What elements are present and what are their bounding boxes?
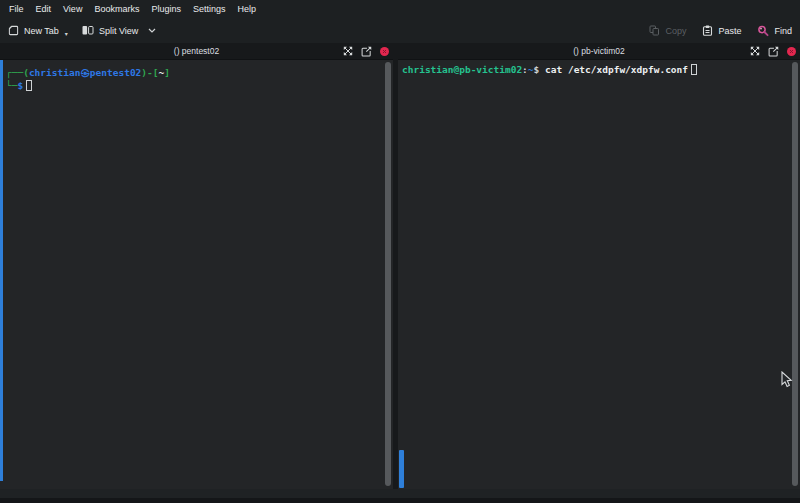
paste-icon <box>702 25 713 36</box>
left-pane-scroll-indicator <box>0 60 3 481</box>
split-view-button[interactable]: Split View <box>82 25 156 36</box>
prompt-command-line: christian@pb-victim02:~$ cat /etc/xdpfw/… <box>402 63 800 76</box>
right-pane-header-icons <box>750 46 800 57</box>
right-terminal[interactable]: christian@pb-victim02:~$ cat /etc/xdpfw/… <box>398 60 800 489</box>
close-pane-button[interactable] <box>380 47 389 56</box>
terminal-split-container: () pentest02 <box>0 43 800 489</box>
menu-file[interactable]: File <box>3 2 30 16</box>
expand-view-icon[interactable] <box>750 46 760 56</box>
menu-help[interactable]: Help <box>231 2 262 16</box>
find-label: Find <box>774 26 792 36</box>
paste-label: Paste <box>718 26 741 36</box>
terminal-cursor <box>691 64 697 75</box>
copy-icon <box>649 25 660 36</box>
left-terminal[interactable]: ┌──(christian㉿pentest02)-[~] └─$ <box>0 60 393 489</box>
prompt-line-2: └─$ <box>6 79 393 92</box>
detach-tab-icon[interactable] <box>768 46 779 57</box>
left-pane-title: () pentest02 <box>0 46 393 56</box>
toolbar-right-group: Copy Paste Find <box>633 25 792 37</box>
prompt-line-1: ┌──(christian㉿pentest02)-[~] <box>6 66 393 79</box>
expand-view-icon[interactable] <box>343 46 353 56</box>
split-view-icon <box>82 25 94 36</box>
right-pane-scroll-indicator <box>399 450 404 488</box>
window-bottom-edge <box>0 489 800 498</box>
left-pane-scrollbar[interactable] <box>385 62 391 486</box>
chevron-down-icon <box>148 28 156 33</box>
menu-bookmarks[interactable]: Bookmarks <box>88 2 145 16</box>
new-tab-label: New Tab <box>24 26 59 36</box>
left-pane-header-icons <box>343 46 393 57</box>
right-pane-scrollbar[interactable] <box>792 62 798 486</box>
left-pane-header[interactable]: () pentest02 <box>0 43 393 60</box>
right-pane-title: () pb-victim02 <box>398 46 800 56</box>
menu-edit[interactable]: Edit <box>30 2 58 16</box>
new-tab-icon <box>8 25 19 36</box>
terminal-pane-pb-victim02: () pb-victim02 <box>398 43 800 489</box>
terminal-cursor <box>26 80 32 91</box>
copy-label: Copy <box>665 26 686 36</box>
new-tab-dropdown-caret[interactable]: ▾ <box>65 30 68 37</box>
menu-settings[interactable]: Settings <box>187 2 232 16</box>
close-pane-button[interactable] <box>787 47 796 56</box>
paste-button[interactable]: Paste <box>702 25 741 36</box>
right-pane-header[interactable]: () pb-victim02 <box>398 43 800 60</box>
copy-button: Copy <box>649 25 686 36</box>
detach-tab-icon[interactable] <box>361 46 372 57</box>
toolbar: New Tab ▾ Split View Copy <box>0 18 800 43</box>
find-icon <box>757 25 769 37</box>
find-button[interactable]: Find <box>757 25 792 37</box>
split-view-label: Split View <box>99 26 138 36</box>
window-bottom-border <box>0 498 800 503</box>
new-tab-button[interactable]: New Tab ▾ <box>8 25 68 36</box>
menu-plugins[interactable]: Plugins <box>145 2 187 16</box>
menubar: File Edit View Bookmarks Plugins Setting… <box>0 0 800 18</box>
terminal-pane-pentest02: () pentest02 <box>0 43 393 489</box>
menu-view[interactable]: View <box>57 2 88 16</box>
